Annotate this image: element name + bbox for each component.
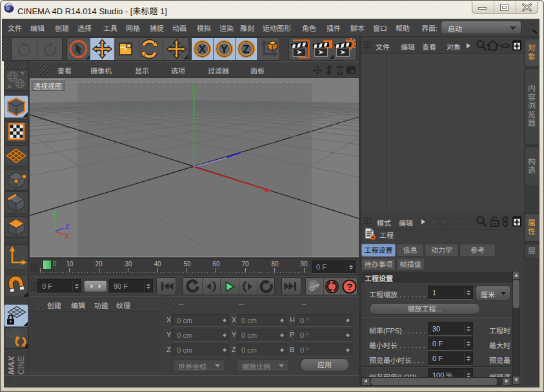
svg-text:X: X	[65, 233, 69, 240]
svg-text:X: X	[199, 43, 207, 55]
svg-text:Y: Y	[221, 43, 228, 55]
svg-text:?: ?	[347, 281, 352, 292]
svg-text:Y: Y	[53, 211, 57, 218]
svg-text:Z: Z	[65, 223, 69, 230]
svg-text:Z: Z	[243, 43, 249, 55]
